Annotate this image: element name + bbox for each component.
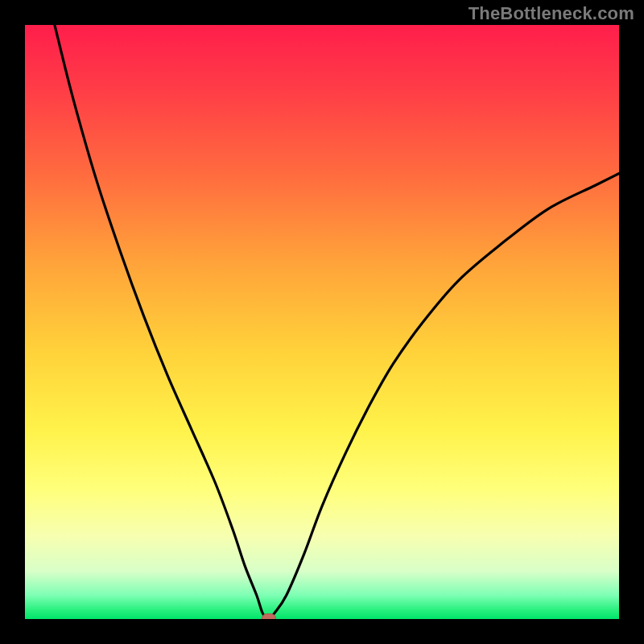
bottleneck-curve	[25, 25, 619, 619]
plot-area	[25, 25, 619, 619]
watermark-text: TheBottleneck.com	[469, 3, 634, 24]
minimum-marker	[262, 613, 276, 619]
curve-path	[55, 25, 619, 619]
chart-frame: TheBottleneck.com	[0, 0, 644, 644]
